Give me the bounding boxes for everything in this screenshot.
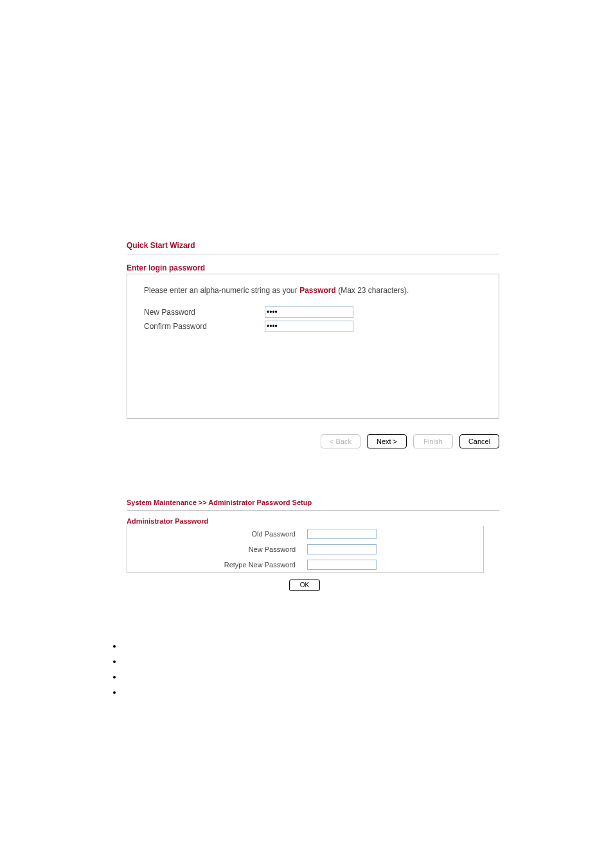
confirm-password-input[interactable] bbox=[265, 321, 353, 332]
old-password-label: Old Password bbox=[127, 530, 307, 538]
confirm-password-label: Confirm Password bbox=[144, 322, 265, 331]
next-button[interactable]: Next > bbox=[367, 434, 407, 448]
wizard-button-row: < Back Next > Finish Cancel bbox=[127, 434, 499, 448]
instruction-post: (Max 23 characters). bbox=[338, 286, 409, 295]
list-item bbox=[123, 672, 499, 687]
admin-table: Old Password New Password Retype New Pas… bbox=[127, 526, 484, 573]
list-item bbox=[123, 657, 499, 672]
divider bbox=[127, 254, 499, 254]
instruction-password-word: Password bbox=[299, 286, 336, 295]
admin-title: System Maintenance >> Administrator Pass… bbox=[127, 499, 499, 506]
new-password-label: New Password bbox=[144, 308, 265, 317]
wizard-section-heading: Enter login password bbox=[127, 263, 499, 272]
back-button: < Back bbox=[321, 434, 360, 448]
finish-button: Finish bbox=[413, 434, 453, 448]
wizard-instruction: Please enter an alpha-numeric string as … bbox=[144, 286, 482, 295]
new-password-input[interactable] bbox=[265, 306, 353, 318]
list-item bbox=[123, 687, 499, 703]
cancel-button[interactable]: Cancel bbox=[459, 434, 499, 448]
retype-password-label: Retype New Password bbox=[127, 561, 307, 569]
retype-password-input[interactable] bbox=[307, 560, 377, 570]
ok-button[interactable]: OK bbox=[289, 580, 320, 591]
list-item bbox=[123, 641, 499, 657]
wizard-title: Quick Start Wizard bbox=[127, 241, 499, 250]
admin-new-password-input[interactable] bbox=[307, 544, 377, 554]
wizard-panel: Please enter an alpha-numeric string as … bbox=[127, 274, 499, 419]
admin-new-password-label: New Password bbox=[127, 545, 307, 553]
instruction-pre: Please enter an alpha-numeric string as … bbox=[144, 286, 299, 295]
old-password-input[interactable] bbox=[307, 529, 377, 539]
divider bbox=[127, 510, 499, 511]
admin-section-heading: Administrator Password bbox=[127, 517, 499, 525]
bullet-list bbox=[123, 641, 499, 703]
